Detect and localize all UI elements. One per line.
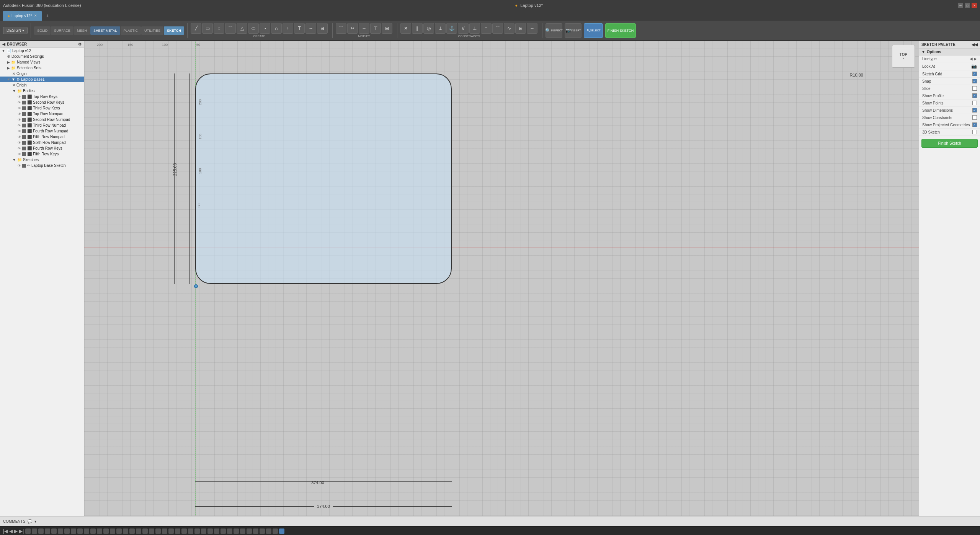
timeline-play-btn[interactable]: ▶ (14, 528, 18, 534)
polygon-tool[interactable]: △ (237, 23, 247, 34)
timeline-prev-btn[interactable]: ◀ (9, 528, 13, 534)
close-button[interactable]: ✕ (972, 3, 977, 8)
palette-checkbox-5[interactable]: ✓ (972, 93, 977, 98)
timeline-marker-26[interactable] (194, 528, 200, 534)
mirror-tool[interactable]: ⊟ (317, 23, 328, 34)
palette-icon-1[interactable]: 📷 (971, 64, 977, 69)
tab-mesh[interactable]: MESH (74, 26, 90, 35)
timeline-marker-20[interactable] (155, 528, 161, 534)
timeline-marker-9[interactable] (84, 528, 89, 534)
tree-item-6[interactable]: 👁▼⚙Laptop Base1 (0, 77, 84, 82)
expand-icon-1[interactable]: ▼ (2, 49, 5, 53)
palette-checkbox-10[interactable] (972, 130, 977, 134)
timeline-marker-25[interactable] (188, 528, 193, 534)
active-document-tab[interactable]: ● Laptop v12* ✕ (3, 11, 42, 21)
spline-tool[interactable]: ~ (260, 23, 270, 34)
equal-tool[interactable]: = (481, 23, 492, 34)
perp-tool[interactable]: ⊥ (469, 23, 480, 34)
new-tab-button[interactable]: + (42, 11, 52, 21)
select-tool[interactable]: ↖SELECT (584, 23, 603, 38)
tree-item-12[interactable]: 👁⬛Top Row Numpad (0, 111, 84, 117)
parallel-tool[interactable]: // (458, 23, 469, 34)
point-tool[interactable]: + (283, 23, 293, 34)
timeline-next-btn[interactable]: ▶| (19, 528, 24, 534)
ellipse-tool[interactable]: ⬭ (248, 23, 259, 34)
concentric-tool[interactable]: ◎ (423, 23, 434, 34)
expand-icon-20[interactable]: ▼ (12, 158, 16, 162)
tree-item-7[interactable]: ✕Origin (0, 82, 84, 88)
palette-checkbox-9[interactable]: ✓ (972, 122, 977, 127)
timeline-marker-33[interactable] (240, 528, 245, 534)
tree-item-4[interactable]: ▶📁Selection Sets (0, 65, 84, 71)
fillet-tool[interactable]: ⌒ (336, 23, 346, 34)
expand-icon-4[interactable]: ▶ (7, 66, 10, 70)
timeline-marker-39[interactable] (279, 528, 284, 534)
timeline-marker-17[interactable] (136, 528, 141, 534)
tree-item-2[interactable]: ⚙Document Settings (0, 54, 84, 59)
palette-checkbox-4[interactable] (972, 86, 977, 91)
eye-icon-17[interactable]: 👁 (18, 141, 21, 145)
timeline-marker-13[interactable] (110, 528, 115, 534)
timeline-start-btn[interactable]: |◀ (3, 528, 8, 534)
break-tool[interactable]: ⊤ (370, 23, 381, 34)
timeline-marker-32[interactable] (234, 528, 239, 534)
eye-icon-16[interactable]: 👁 (18, 135, 21, 139)
timeline-marker-37[interactable] (266, 528, 271, 534)
comments-collapse[interactable]: ▾ (34, 519, 36, 524)
circle-tool[interactable]: ○ (214, 23, 224, 34)
finish-sketch-button[interactable]: FINISH SKETCH (605, 23, 636, 38)
tree-item-10[interactable]: 👁⬛Second Row Keys (0, 99, 84, 105)
tree-item-17[interactable]: 👁⬛Sixth Row Numpad (0, 140, 84, 145)
timeline-marker-7[interactable] (71, 528, 76, 534)
symmetric-tool[interactable]: ⊟ (515, 23, 526, 34)
timeline-marker-23[interactable] (175, 528, 180, 534)
rect-tool[interactable]: ▭ (202, 23, 213, 34)
eye-icon-19[interactable]: 👁 (18, 152, 21, 156)
palette-finish-sketch-btn[interactable]: Finish Sketch (921, 139, 978, 148)
timeline-marker-0[interactable] (25, 528, 31, 534)
tree-item-18[interactable]: 👁⬛Fourth Row Keys (0, 145, 84, 151)
extend-tool[interactable]: → (359, 23, 369, 34)
tree-item-20[interactable]: ▼📁Sketches (0, 157, 84, 163)
tree-item-21[interactable]: 👁✏Laptop Base Sketch (0, 163, 84, 168)
timeline-marker-2[interactable] (38, 528, 44, 534)
timeline-marker-36[interactable] (260, 528, 265, 534)
tab-utilities[interactable]: UTILITIES (141, 26, 163, 35)
viewport[interactable]: R10.00 374.00 225.00 -200 -150 -100 -50 … (84, 41, 919, 516)
tangent-tool[interactable]: ⌒ (492, 23, 503, 34)
tab-solid[interactable]: SOLID (34, 26, 51, 35)
horiz-tool[interactable]: ↔ (527, 23, 537, 34)
palette-checkbox-8[interactable] (972, 115, 977, 120)
palette-collapse-btn[interactable]: ◀◀ (972, 42, 978, 47)
tree-item-16[interactable]: 👁⬛Fifth Row Numpad (0, 134, 84, 140)
tree-item-19[interactable]: 👁⬛Fifth Row Keys (0, 151, 84, 157)
timeline-marker-15[interactable] (123, 528, 128, 534)
expand-icon-3[interactable]: ▶ (7, 60, 10, 64)
timeline-marker-6[interactable] (64, 528, 70, 534)
timeline-marker-34[interactable] (247, 528, 252, 534)
midpoint-tool[interactable]: ⊥ (435, 23, 446, 34)
coincident-tool[interactable]: ✕ (400, 23, 411, 34)
trim-tool[interactable]: ✂ (347, 23, 358, 34)
tree-item-15[interactable]: 👁⬛Fourth Row Numpad (0, 128, 84, 134)
timeline-marker-8[interactable] (77, 528, 83, 534)
offset-tool[interactable]: ⊟ (382, 23, 392, 34)
timeline-marker-38[interactable] (273, 528, 278, 534)
timeline-marker-16[interactable] (129, 528, 135, 534)
timeline-marker-4[interactable] (51, 528, 57, 534)
palette-checkbox-3[interactable]: ✓ (972, 79, 977, 83)
tab-sheet-metal[interactable]: SHEET METAL (90, 26, 120, 35)
timeline-marker-10[interactable] (90, 528, 96, 534)
timeline-marker-12[interactable] (103, 528, 109, 534)
arc-tool[interactable]: ⌒ (225, 23, 236, 34)
timeline-marker-27[interactable] (201, 528, 206, 534)
design-dropdown[interactable]: DESIGN ▾ (3, 27, 28, 34)
tree-item-3[interactable]: ▶📁Named Views (0, 59, 84, 65)
dim-tool[interactable]: ↔ (305, 23, 316, 34)
tab-plastic[interactable]: PLASTIC (121, 26, 141, 35)
timeline-marker-14[interactable] (116, 528, 122, 534)
timeline-marker-24[interactable] (181, 528, 187, 534)
palette-checkbox-2[interactable]: ✓ (972, 72, 977, 76)
eye-icon-12[interactable]: 👁 (18, 112, 21, 116)
timeline-marker-29[interactable] (214, 528, 219, 534)
